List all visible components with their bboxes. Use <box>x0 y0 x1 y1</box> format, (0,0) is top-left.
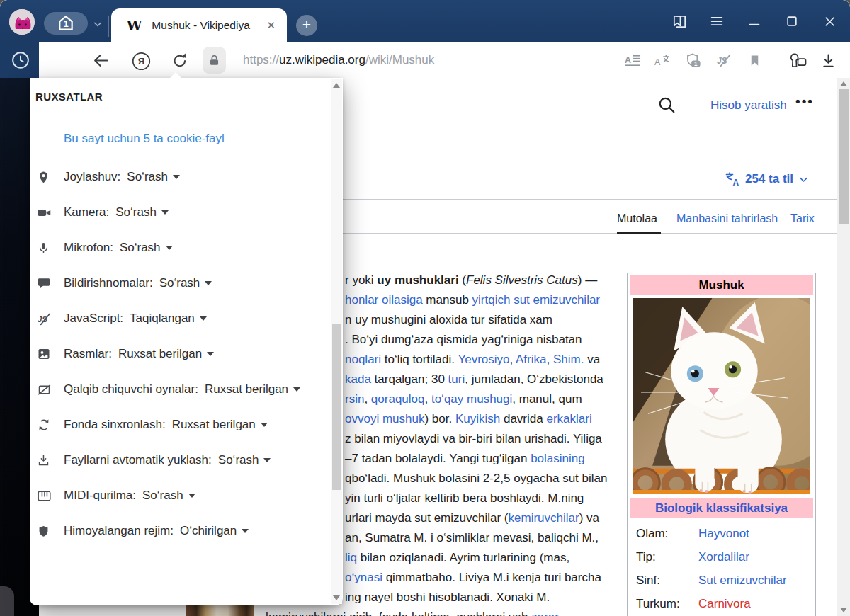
dropdown-caret-icon <box>261 423 268 427</box>
wiki-link[interactable]: liq <box>345 551 357 564</box>
panel-scroll-down-arrow[interactable] <box>333 595 340 600</box>
permission-row-images: Rasmlar:Ruxsat berilgan <box>37 337 214 371</box>
wiki-link[interactable]: to‘qay mushugi <box>431 392 512 406</box>
article-text-line: z bilan miyovlaydi va bir-biri bilan uri… <box>345 429 602 449</box>
permission-row-popup: Qalqib chiquvchi oynalar:Ruxsat berilgan <box>37 372 300 406</box>
protect-shield-icon[interactable]: 1 <box>684 51 703 69</box>
infobox-section-title[interactable]: Biologik klassifikatsiya <box>630 498 813 518</box>
images-icon <box>37 347 54 361</box>
reader-mode-icon[interactable]: A <box>623 51 642 69</box>
permission-value-dropdown[interactable]: O‘chirilgan <box>180 524 249 538</box>
wiki-link[interactable]: qoraquloq <box>371 392 425 406</box>
bookmark-icon[interactable] <box>745 51 764 69</box>
wiki-link[interactable]: erkaklari <box>546 412 591 426</box>
active-tab-underline <box>617 232 661 234</box>
tab-close-icon[interactable]: ✕ <box>266 19 276 32</box>
download-icon[interactable] <box>819 51 837 69</box>
classification-value-link[interactable]: Carnivora <box>698 597 751 611</box>
wiki-tab-mutolaa[interactable]: Mutolaa <box>617 212 657 225</box>
permission-value-dropdown[interactable]: So‘rash <box>159 276 212 290</box>
permission-value-dropdown[interactable]: So‘rash <box>218 453 271 467</box>
site-security-button[interactable] <box>203 47 226 74</box>
extensions-icon[interactable] <box>788 51 807 69</box>
permission-value-dropdown[interactable]: Ruxsat berilgan <box>172 418 268 432</box>
create-account-link[interactable]: Hisob yaratish <box>710 98 787 113</box>
classification-value-link[interactable]: Sut emizuvchilar <box>698 574 787 588</box>
dropdown-caret-icon <box>162 210 169 215</box>
wiki-link[interactable]: kemiruvchilar <box>509 511 579 525</box>
sidebar-bookmarks-icon[interactable] <box>669 11 690 32</box>
panel-scrollbar-thumb[interactable] <box>332 324 341 490</box>
cookies-link[interactable]: Bu sayt uchun 5 ta cookie-fayl <box>64 132 225 146</box>
wiki-link[interactable]: bolasining <box>531 452 585 465</box>
history-clock-icon[interactable] <box>11 50 30 70</box>
profile-avatar[interactable] <box>9 9 35 35</box>
back-button[interactable] <box>92 52 110 70</box>
permission-value-dropdown[interactable]: So‘rash <box>115 205 169 219</box>
species-infobox: Mushuk <box>627 273 816 616</box>
language-selector[interactable]: A 254 ta til <box>725 171 809 187</box>
panel-scrollbar[interactable] <box>331 79 342 604</box>
article-text-line: urlari mayda sut emizuvchilar (kemiruvch… <box>345 508 599 528</box>
toolbar: Я https://uz.wikipedia.org/wiki/Mushuk A… <box>39 42 850 78</box>
javascript-blocked-icon[interactable]: JS <box>715 51 733 69</box>
panel-anchor-pointer <box>169 72 182 79</box>
wiki-link[interactable]: turi <box>448 372 465 386</box>
permission-label: Fonda sinxronlash: <box>64 418 166 432</box>
article-text-line: –7 tadan bolalaydi. Yangi tug‘ilgan bola… <box>345 449 585 469</box>
minimize-icon[interactable] <box>744 11 765 32</box>
refresh-button[interactable] <box>171 52 190 70</box>
article-text-line: an, Sumatra M. i o‘simliklar mevasi, bal… <box>345 528 599 548</box>
translate-icon[interactable]: A <box>654 51 672 69</box>
permission-value-dropdown[interactable]: Ruxsat berilgan <box>205 382 300 397</box>
permission-value-dropdown[interactable]: So‘rash <box>127 170 180 184</box>
maximize-icon[interactable] <box>781 11 803 32</box>
wiki-link[interactable]: Shim. <box>553 353 584 366</box>
panel-scroll-up-arrow[interactable] <box>333 83 340 88</box>
wiki-tab-manbasini-tahrirlash[interactable]: Manbasini tahrirlash <box>676 212 778 225</box>
wiki-link[interactable]: ovvoyi mushuk <box>345 412 424 426</box>
wiki-link[interactable]: kada <box>345 372 371 386</box>
permission-label: Mikrofon: <box>64 241 113 255</box>
wiki-link[interactable]: rsin <box>345 392 364 406</box>
close-icon[interactable] <box>819 11 840 32</box>
classification-row: Sinf:Sut emizuvchilar <box>636 569 808 592</box>
page-scrollbar-thumb[interactable] <box>839 89 849 224</box>
page-scrollbar[interactable] <box>837 78 850 616</box>
wiki-link[interactable]: noqlari <box>345 353 381 366</box>
wiki-link[interactable]: Yevrosiyo <box>458 353 509 366</box>
wiki-link[interactable]: honlar oilasiga <box>345 293 423 307</box>
menu-icon[interactable] <box>706 11 727 32</box>
wiki-link[interactable]: o‘ynasi <box>345 571 382 584</box>
tabs-divider <box>269 233 850 234</box>
sidebar-widget-handle[interactable] <box>0 586 14 616</box>
tab-group-chip[interactable]: 1 <box>44 12 88 35</box>
scroll-up-arrow[interactable] <box>840 81 847 86</box>
search-icon[interactable] <box>657 96 676 114</box>
microphone-icon <box>37 241 54 255</box>
permission-row-location: Joylashuv:So‘rash <box>37 160 180 194</box>
more-menu-icon[interactable]: ••• <box>795 93 814 109</box>
address-bar[interactable]: https://uz.wikipedia.org/wiki/Mushuk <box>243 42 434 78</box>
wiki-link[interactable]: zarar <box>531 610 559 616</box>
permission-value-dropdown[interactable]: So‘rash <box>142 489 196 503</box>
scroll-down-arrow[interactable] <box>840 608 847 612</box>
permission-row-midi: MIDI-qurilma:So‘rash <box>37 479 196 513</box>
classification-value-link[interactable]: Xordalilar <box>698 550 749 564</box>
dropdown-caret-icon <box>205 281 212 285</box>
wiki-link[interactable]: Kuyikish <box>455 412 500 426</box>
active-tab[interactable]: W Mushuk - Vikipediya ✕ <box>111 8 287 42</box>
kitten-photo[interactable] <box>633 298 810 494</box>
article-text-line: kemiruvchilarni qirib, foyda keltirsa, q… <box>266 608 559 616</box>
wiki-tab-tarix[interactable]: Tarix <box>790 212 815 225</box>
wiki-link[interactable]: yirtqich sut emizuvchilar <box>472 293 600 307</box>
wiki-link[interactable]: Afrika <box>516 353 546 366</box>
permission-label: JavaScript: <box>64 312 123 326</box>
new-tab-button[interactable]: + <box>296 15 317 36</box>
tab-group-chevron-icon[interactable] <box>91 17 106 30</box>
permission-value-dropdown[interactable]: Ruxsat berilgan <box>118 347 214 361</box>
yandex-services-icon[interactable]: Я <box>132 52 150 70</box>
permission-value-dropdown[interactable]: So‘rash <box>120 241 173 255</box>
classification-value-link[interactable]: Hayvonot <box>698 527 749 541</box>
permission-value-dropdown[interactable]: Taqiqlangan <box>130 312 207 326</box>
